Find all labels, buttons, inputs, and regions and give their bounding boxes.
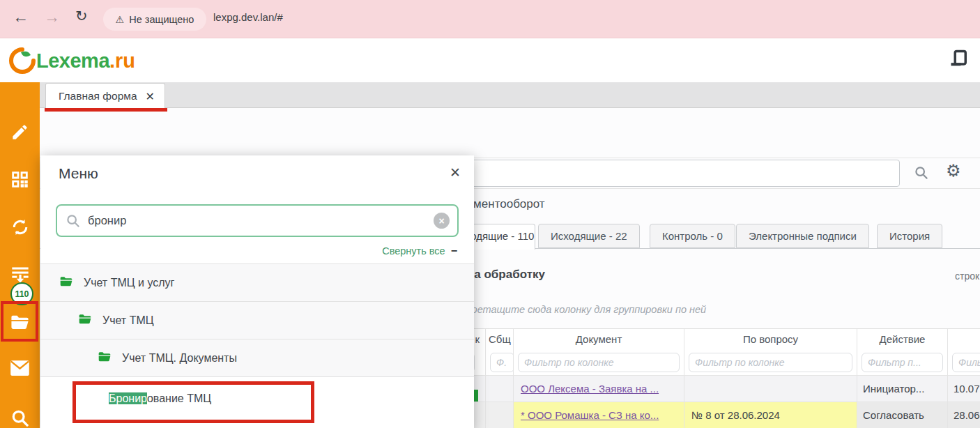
search-match-highlight: Бронир (109, 392, 147, 404)
tab-signatures[interactable]: Электронные подписи (736, 224, 869, 248)
section-title: На обработку (466, 268, 545, 282)
menu-modal: Меню ✕ × Свернуть все − Учет ТМЦ и услуг… (40, 155, 474, 428)
documents-grid: к Сбщ Документ По вопросу Действие ООО Л… (446, 328, 980, 428)
workspace-search-icon[interactable] (914, 165, 929, 183)
column-header-action[interactable]: Действие (857, 329, 948, 350)
tree-item-uchet-tmc[interactable]: Учет ТМЦ (40, 302, 474, 339)
table-row-cell: 10.07.2024 (948, 375, 980, 402)
tree-item-label-rest: ование ТМЦ (147, 392, 211, 404)
table-row-cell: 28.06.2024 (948, 402, 980, 428)
column-header-question[interactable]: По вопросу (684, 329, 857, 350)
address-url[interactable]: lexpg.dev.lan/# (213, 11, 283, 23)
table-row-cell: № 8 от 28.06.2024 (684, 402, 857, 428)
tab-outbox[interactable]: Исходящие - 22 (538, 224, 640, 248)
filter-document-input[interactable] (518, 353, 680, 372)
filter-cell (514, 350, 684, 375)
list-download-icon[interactable] (0, 265, 40, 284)
logo-mark-icon (8, 47, 36, 75)
settings-icon[interactable]: ⚙ (946, 161, 961, 181)
tree-item-uchet-tmc-documents[interactable]: Учет ТМЦ. Документы (40, 339, 474, 377)
tree-item-bronirovanie-tmc[interactable]: Бронирование ТМЦ (40, 377, 474, 420)
annotation-tab-underline (45, 108, 167, 112)
tab-close-icon[interactable]: ✕ (146, 90, 155, 103)
filter-cell (857, 350, 948, 375)
table-row-cell: Согласовать (857, 402, 948, 428)
menu-search-input[interactable] (88, 207, 422, 234)
document-link[interactable]: * ООО Ромашка - СЗ на ко... (521, 409, 659, 421)
tab-main-form-label: Главная форма (59, 90, 137, 102)
folder-green-icon (59, 275, 73, 291)
menu-search-box: × (56, 204, 459, 237)
site-security-chip[interactable]: ⚠ Не защищено (103, 8, 206, 31)
collapse-minus-icon: − (451, 245, 457, 257)
tree-item-label: Учет ТМЦ. Документы (122, 352, 237, 365)
table-row-cell: Инициатор... (857, 375, 948, 402)
tab-control[interactable]: Контроль - 0 (650, 224, 735, 248)
group-by-hint: Перетащите сюда колонку для группировки … (459, 304, 706, 315)
column-header-document[interactable]: Документ (514, 329, 684, 350)
table-row-cell: ООО Лексема - Заявка на ... (514, 375, 684, 402)
logo-text: Lexema (36, 49, 109, 72)
folder-green-icon (78, 312, 92, 329)
rows-count-label: строк (955, 270, 979, 282)
filter-action-input[interactable] (862, 353, 943, 372)
menu-search-icon (66, 213, 81, 231)
tree-item-label: Бронирование ТМЦ (109, 392, 211, 405)
collapse-all-link[interactable]: Свернуть все − (382, 245, 457, 257)
forward-icon[interactable]: → (44, 8, 60, 26)
menu-tree: Учет ТМЦ и услуг Учет ТМЦ Учет ТМЦ. Доку… (40, 264, 474, 420)
exit-icon[interactable] (949, 49, 969, 72)
tab-history[interactable]: История (877, 224, 942, 248)
tree-item-label: Учет ТМЦ (102, 314, 154, 327)
edit-pencil-icon[interactable] (0, 123, 40, 142)
menu-title: Меню (59, 165, 98, 182)
browser-toolbar: ← → ↻ ⚠ Не защищено lexpg.dev.lan/# (0, 0, 980, 38)
mail-count-badge: 110 (10, 282, 33, 305)
column-header-date[interactable] (948, 329, 980, 350)
security-label: Не защищено (129, 14, 194, 25)
folder-open-icon[interactable] (0, 312, 40, 333)
back-icon[interactable]: ← (13, 8, 29, 26)
app-header: Lexema.ru (0, 39, 980, 82)
folder-green-icon (98, 350, 112, 367)
lexema-logo: Lexema.ru (8, 47, 135, 75)
reload-icon[interactable]: ↻ (75, 8, 88, 24)
tab-main-form[interactable]: Главная форма ✕ (45, 83, 165, 109)
tree-item-label: Учет ТМЦ и услуг (84, 277, 174, 289)
search-sidebar-icon[interactable] (0, 408, 40, 428)
clear-search-icon[interactable]: × (434, 213, 450, 229)
document-link[interactable]: ООО Лексема - Заявка на ... (521, 383, 659, 395)
filter-cell (486, 350, 514, 375)
qr-code-icon[interactable] (0, 170, 40, 189)
table-row-cell (486, 375, 514, 402)
filter-cell (948, 350, 980, 375)
table-row-cell (684, 375, 857, 402)
workspace-tabbar: Главная форма ✕ (40, 82, 980, 108)
table-row-cell (486, 402, 514, 428)
filter-input[interactable] (490, 353, 514, 372)
tree-item-uchet-tmc-uslug[interactable]: Учет ТМЦ и услуг (40, 264, 474, 302)
table-row-cell: * ООО Ромашка - СЗ на ко... (514, 402, 684, 428)
column-header[interactable]: Сбщ (486, 329, 514, 350)
filter-cell (684, 350, 857, 375)
filter-question-input[interactable] (689, 353, 852, 372)
sidebar (0, 82, 40, 428)
status-green-bar (474, 390, 478, 402)
logo-suffix: .ru (109, 49, 135, 72)
mail-icon[interactable] (0, 359, 40, 377)
close-icon[interactable]: ✕ (450, 165, 461, 181)
warning-icon: ⚠ (116, 14, 125, 25)
refresh-icon[interactable] (0, 217, 40, 237)
collapse-all-label: Свернуть все (382, 245, 445, 257)
filter-date-input[interactable] (952, 353, 980, 372)
